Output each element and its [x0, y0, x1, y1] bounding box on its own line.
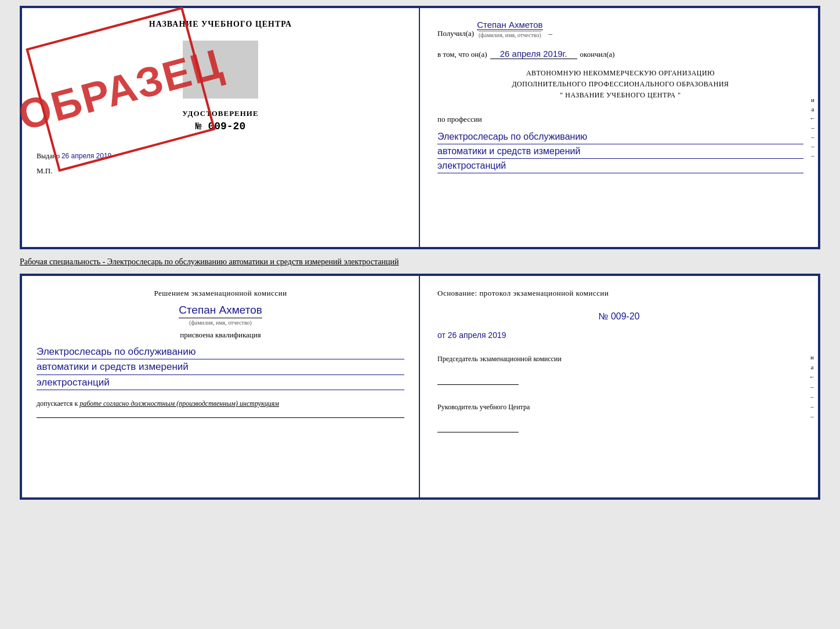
top-certificate-book: НАЗВАНИЕ УЧЕБНОГО ЦЕНТРА УДОСТОВЕРЕНИЕ №…	[20, 6, 820, 249]
profession-block: Электрослесарь по обслуживанию автоматик…	[437, 130, 803, 173]
chairman-signature-line	[437, 376, 519, 385]
qualification-line1: Электрослесарь по обслуживанию	[37, 344, 404, 360]
basis-title: Основание: протокол экзаменационной коми…	[437, 288, 801, 300]
protocol-date-value: 26 апреля 2019	[448, 330, 506, 340]
person-name-top: Степан Ахметов	[477, 20, 542, 30]
in-that-row: в том, что он(а) 26 апреля 2019г. окончи…	[437, 49, 803, 59]
profession-line2: автоматики и средств измерений	[437, 144, 803, 159]
qualification-line3: электростанций	[37, 375, 404, 391]
profession-line3: электростанций	[437, 159, 803, 173]
received-label: Получил(а)	[437, 29, 474, 38]
side-decorations-top: и а ← – – – –	[808, 8, 818, 247]
issued-label: Выдано	[37, 152, 60, 160]
top-cert-right: Получил(а) Степан Ахметов (фамилия, имя,…	[420, 8, 818, 247]
profession-line1: Электрослесарь по обслуживанию	[437, 130, 803, 144]
qualification-label: присвоена квалификация	[37, 330, 404, 340]
received-row: Получил(а) Степан Ахметов (фамилия, имя,…	[437, 20, 803, 38]
director-block: Руководитель учебного Центра	[437, 402, 801, 433]
cert-type-label: УДОСТОВЕРЕНИЕ	[182, 109, 258, 118]
qualification-line2: автоматики и средств измерений	[37, 359, 404, 375]
decision-title: Решением экзаменационной комиссии	[37, 288, 404, 299]
bottom-signature-line	[37, 417, 404, 418]
org-block: АВТОНОМНУЮ НЕКОММЕРЧЕСКУЮ ОРГАНИЗАЦИЮ ДО…	[437, 68, 803, 101]
org-line3: " НАЗВАНИЕ УЧЕБНОГО ЦЕНТРА "	[437, 90, 803, 101]
bottom-cert-right: Основание: протокол экзаменационной коми…	[420, 276, 818, 497]
director-signature-line	[437, 423, 519, 432]
date-prefix: от	[437, 330, 446, 340]
person-name-bottom: Степан Ахметов	[179, 304, 262, 318]
director-label: Руководитель учебного Центра	[437, 402, 801, 412]
allows-value: работе согласно должностным (производств…	[79, 399, 279, 408]
allows-row: допускается к работе согласно должностны…	[37, 399, 404, 408]
specialty-label: Рабочая специальность - Электрослесарь п…	[20, 257, 820, 267]
top-cert-title: НАЗВАНИЕ УЧЕБНОГО ЦЕНТРА	[149, 20, 292, 29]
fio-hint-bottom: (фамилия, имя, отчество)	[189, 319, 252, 326]
cert-number: № 009-20	[195, 121, 245, 132]
issued-date: 26 апреля 2019	[61, 152, 111, 160]
in-that-label: в том, что он(а)	[437, 50, 487, 59]
bottom-certificate-book: Решением экзаменационной комиссии Степан…	[20, 274, 820, 500]
allows-label-text: допускается к	[37, 399, 78, 408]
org-line2: ДОПОЛНИТЕЛЬНОГО ПРОФЕССИОНАЛЬНОГО ОБРАЗО…	[437, 79, 803, 90]
photo-placeholder	[183, 41, 258, 99]
mp-line: М.П.	[37, 166, 404, 176]
bottom-cert-left: Решением экзаменационной комиссии Степан…	[22, 276, 420, 497]
completed-label: окончил(а)	[580, 50, 615, 59]
chairman-block: Председатель экзаменационной комиссии	[437, 354, 801, 385]
profession-label: по профессии	[437, 115, 803, 124]
side-decorations-bottom: и а ← – – – –	[808, 276, 817, 497]
qualification-block: Электрослесарь по обслуживанию автоматик…	[37, 344, 404, 391]
protocol-number: № 009-20	[437, 311, 801, 322]
org-line1: АВТОНОМНУЮ НЕКОММЕРЧЕСКУЮ ОРГАНИЗАЦИЮ	[437, 68, 803, 79]
protocol-date: от 26 апреля 2019	[437, 330, 801, 340]
top-cert-left: НАЗВАНИЕ УЧЕБНОГО ЦЕНТРА УДОСТОВЕРЕНИЕ №…	[22, 8, 420, 247]
document-container: НАЗВАНИЕ УЧЕБНОГО ЦЕНТРА УДОСТОВЕРЕНИЕ №…	[20, 6, 820, 500]
person-name-block-bottom: Степан Ахметов (фамилия, имя, отчество)	[37, 304, 404, 326]
fio-hint-top: (фамилия, имя, отчество)	[479, 31, 541, 38]
completion-date: 26 апреля 2019г.	[490, 49, 577, 59]
chairman-label: Председатель экзаменационной комиссии	[437, 354, 801, 364]
cert-issued-line: Выдано 26 апреля 2019	[37, 152, 404, 161]
